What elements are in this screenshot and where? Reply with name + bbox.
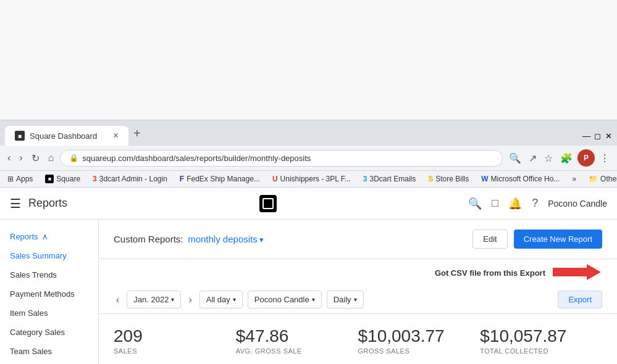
search-icon-button[interactable]: 🔍 [468,197,482,210]
bookmark-unishippers[interactable]: U Unishippers - 3PL F... [270,173,353,184]
sidebar: Reports ∧ Sales Summary Sales Trends Pay… [0,220,99,364]
stat-gross-sales-value: $10,003.77 [358,326,481,346]
breadcrumb: Custom Reports: monthly deposits ▾ [114,234,264,244]
3dcart-favicon: 3 [93,175,97,183]
breadcrumb-prefix: Custom Reports: [114,234,183,244]
stat-avg-gross-label: AVG. GROSS SALE [236,347,358,355]
sidebar-item-label: Team Sales [10,347,52,356]
home-button[interactable]: ⌂ [46,150,57,166]
hamburger-menu-button[interactable]: ☰ [10,196,21,211]
location-filter-label: Pocono Candle [254,295,309,304]
bookmark-other[interactable]: 📁 Other bookmarks [586,173,617,184]
sidebar-item-sales-trends[interactable]: Sales Trends [0,265,98,284]
address-bar[interactable]: 🔒 squareup.com/dashboard/sales/reports/b… [60,150,503,167]
share-button[interactable]: ↗ [526,150,539,167]
stat-total-collected-value: $10,057.87 [480,326,602,346]
location-chevron-icon: ▾ [312,296,315,303]
report-name-link[interactable]: monthly deposits [188,234,258,244]
new-tab-button[interactable]: + [128,124,146,143]
bookmarks-bar: ⊞ Apps ■ Square 3 3dcart Admin - Login F… [0,171,617,188]
reload-button[interactable]: ↻ [29,150,42,167]
unishippers-favicon: U [272,175,278,183]
extension-button[interactable]: 🧩 [558,150,575,167]
window-maximize-button[interactable]: ◻ [594,131,601,139]
sidebar-section-label: Reports [10,232,38,241]
square-favicon: ■ [45,175,54,183]
time-chevron-icon: ▾ [233,296,236,303]
bookmark-apps[interactable]: ⊞ Apps [5,173,35,184]
export-button[interactable]: Export [558,291,602,308]
back-button[interactable]: ‹ [5,150,13,166]
layout-icon-button[interactable]: □ [492,197,498,210]
browser-tab[interactable]: ■ Square Dashboard × [5,126,128,146]
window-close-button[interactable]: ✕ [605,131,612,139]
stat-total-collected-label: TOTAL COLLECTED [480,347,602,355]
help-icon-button[interactable]: ? [532,197,538,210]
window-minimize-button[interactable]: — [582,131,590,139]
sidebar-item-payment-methods[interactable]: Payment Methods [0,284,98,304]
bookmark-square[interactable]: ■ Square [43,173,83,184]
sidebar-item-label: Payment Methods [10,289,75,299]
square-logo [259,195,277,212]
export-hint-row: Got CSV file from this Export [99,259,617,286]
export-hint-text: Got CSV file from this Export [435,268,545,278]
bookmark-more[interactable]: » [569,173,579,184]
store-bills-favicon: S [428,175,433,183]
notifications-icon-button[interactable]: 🔔 [508,197,522,210]
svg-marker-0 [553,264,601,280]
create-new-report-button[interactable]: Create New Report [514,230,602,249]
sidebar-item-sales-summary[interactable]: Sales Summary [0,246,98,265]
stat-sales-label: SALES [114,347,236,355]
app-header: ☰ Reports 🔍 □ 🔔 ? Pocono Candle [0,188,617,220]
date-filter-button[interactable]: Jan. 2022 ▾ [127,291,181,308]
time-filter-label: All day [206,295,230,304]
tab-favicon: ■ [15,131,25,141]
bookmark-3dcart-label: 3dcart Admin - Login [99,175,167,183]
square-logo-inner [262,198,274,209]
interval-filter-button[interactable]: Daily ▾ [327,291,364,308]
header-actions: Edit Create New Report [472,230,602,249]
location-filter-button[interactable]: Pocono Candle ▾ [248,291,322,308]
interval-chevron-icon: ▾ [354,296,357,303]
search-button[interactable]: 🔍 [506,150,524,167]
stat-sales-value: 209 [114,326,236,346]
bookmark-store-bills[interactable]: S Store Bills [426,173,471,184]
chevron-up-icon: ∧ [42,232,48,241]
sidebar-item-label: Item Sales [10,308,48,318]
tab-close-button[interactable]: × [113,131,119,141]
folder-icon: 📁 [589,175,598,183]
edit-button[interactable]: Edit [472,230,507,249]
sidebar-item-team-sales[interactable]: Team Sales [0,342,98,361]
bookmark-microsoft[interactable]: W Microsoft Office Ho... [479,173,562,184]
report-dropdown-icon[interactable]: ▾ [259,235,264,244]
bookmark-button[interactable]: ☆ [542,150,555,167]
profile-avatar[interactable]: P [577,149,595,167]
bookmark-fedex[interactable]: F FedEx Ship Manage... [177,173,262,184]
bookmark-square-label: Square [56,175,80,183]
bookmark-other-label: Other bookmarks [600,175,617,183]
sidebar-section-reports[interactable]: Reports ∧ [0,230,98,246]
bookmark-microsoft-label: Microsoft Office Ho... [491,175,560,183]
fedex-favicon: F [180,175,184,183]
window-controls: — ◻ ✕ [582,131,612,139]
3dcart-emails-favicon: 3 [363,175,367,183]
bookmark-3dcart-emails[interactable]: 3 3Dcart Emails [361,173,418,184]
more-bookmarks-icon: » [572,175,576,183]
menu-button[interactable]: ⋮ [597,150,612,167]
date-chevron-icon: ▾ [171,296,174,303]
browser-toolbar: ‹ › ↻ ⌂ 🔒 squareup.com/dashboard/sales/r… [0,146,617,171]
stats-row: 209 SALES $47.86 AVG. GROSS SALE $10,003… [99,314,617,364]
apps-icon: ⊞ [7,175,14,183]
bookmark-3dcart-emails-label: 3Dcart Emails [370,175,416,183]
stat-gross-sales: $10,003.77 GROSS SALES [358,326,481,355]
sidebar-item-category-sales[interactable]: Category Sales [0,323,98,342]
date-next-button[interactable]: › [186,292,194,308]
date-prev-button[interactable]: ‹ [114,292,122,308]
bookmark-3dcart[interactable]: 3 3dcart Admin - Login [90,173,170,184]
time-filter-button[interactable]: All day ▾ [199,291,243,308]
tab-title: Square Dashboard [30,131,97,141]
sidebar-item-labor-vs-sales[interactable]: Labor vs Sales [0,361,98,364]
forward-button[interactable]: › [17,150,25,166]
sidebar-item-item-sales[interactable]: Item Sales [0,304,98,323]
stat-total-collected: $10,057.87 TOTAL COLLECTED [480,326,602,355]
